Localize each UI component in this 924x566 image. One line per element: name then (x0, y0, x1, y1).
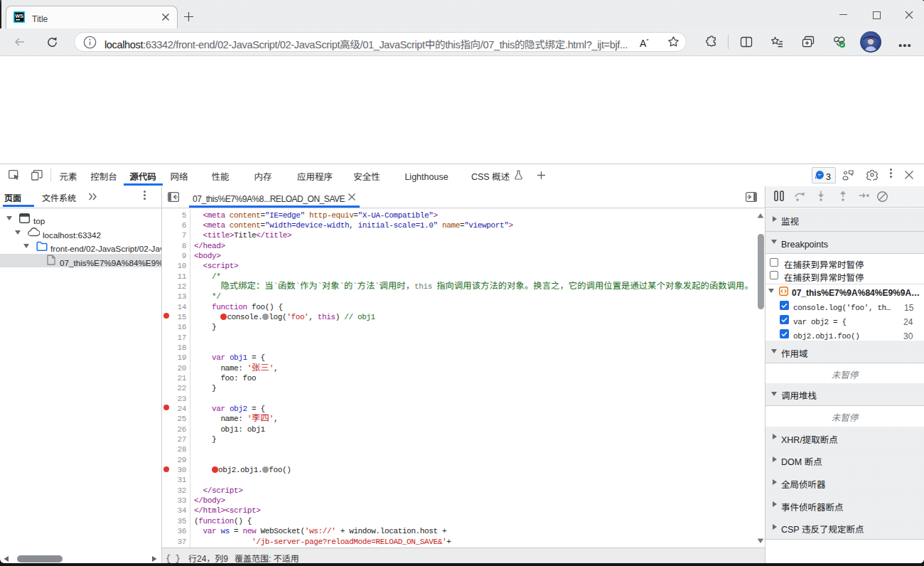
svg-text:WS: WS (15, 13, 23, 19)
